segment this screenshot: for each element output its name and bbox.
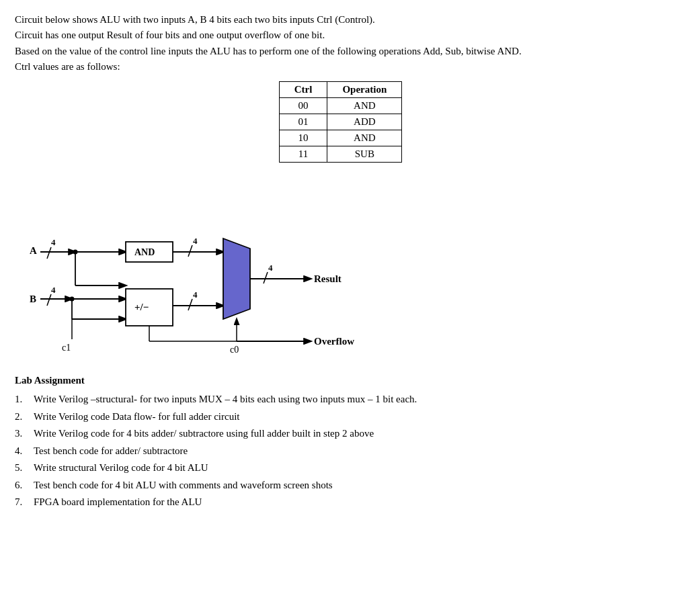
ctrl-table-cell: 11 — [279, 146, 327, 163]
list-num: 7. — [15, 494, 34, 510]
lab-list-item: 3.Write Verilog code for 4 bits adder/ s… — [15, 426, 666, 441]
lab-list-item: 1.Write Verilog –structural- for two inp… — [15, 392, 666, 407]
ctrl-col-header: Ctrl — [279, 82, 327, 98]
adder-sub-box — [126, 289, 173, 326]
ctrl-table-cell: AND — [327, 98, 402, 114]
lab-assignment-title: Lab Assignment — [15, 375, 666, 386]
svg-line-18 — [264, 272, 268, 283]
list-text: Test bench code for 4 bit ALU with comme… — [34, 478, 333, 493]
and-label: AND — [134, 247, 155, 257]
svg-line-6 — [47, 294, 51, 306]
list-num: 4. — [15, 443, 34, 459]
overflow-label: Overflow — [314, 336, 354, 347]
list-text: Test bench code for adder/ subtractore — [34, 443, 188, 459]
ctrl-table: Ctrl Operation 00AND01ADD10AND11SUB — [279, 81, 403, 163]
list-text: Write structural Verilog code for 4 bit … — [34, 460, 208, 476]
lab-list-item: 2.Write Verilog code Data flow- for full… — [15, 409, 666, 425]
mux-out-width: 4 — [268, 263, 273, 273]
lab-list-item: 5.Write structural Verilog code for 4 bi… — [15, 460, 666, 476]
svg-line-16 — [188, 299, 192, 310]
a-bus-width: 4 — [51, 237, 56, 247]
desc-line3: Based on the value of the control line i… — [15, 44, 666, 59]
list-text: Write Verilog code Data flow- for full a… — [34, 409, 240, 425]
ctrl-table-wrapper: Ctrl Operation 00AND01ADD10AND11SUB — [15, 81, 666, 163]
ctrl-table-cell: 00 — [279, 98, 327, 114]
list-num: 1. — [15, 392, 34, 407]
b-bus-width: 4 — [51, 285, 56, 295]
ctrl-table-cell: 01 — [279, 114, 327, 130]
ctrl-table-cell: AND — [327, 130, 402, 146]
adder-sub-label: +/− — [134, 302, 149, 312]
list-num: 6. — [15, 478, 34, 493]
operation-col-header: Operation — [327, 82, 402, 98]
adder-out-width: 4 — [193, 290, 198, 300]
mux-shape — [223, 238, 250, 319]
desc-line2: Circuit has one output Result of four bi… — [15, 28, 666, 43]
circuit-svg: A 4 B 4 c1 AND +/− — [22, 175, 438, 363]
list-num: 3. — [15, 426, 34, 441]
list-text: Write Verilog code for 4 bits adder/ sub… — [34, 426, 374, 441]
ctrl-table-cell: 10 — [279, 130, 327, 146]
svg-line-0 — [47, 247, 51, 259]
list-num: 2. — [15, 409, 34, 425]
circuit-diagram: A 4 B 4 c1 AND +/− — [15, 175, 666, 363]
ctrl-table-cell: SUB — [327, 146, 402, 163]
list-text: Write Verilog –structural- for two input… — [34, 392, 417, 407]
description-block: Circuit below shows ALU with two inputs … — [15, 12, 666, 75]
result-label: Result — [314, 273, 342, 284]
lab-list: 1.Write Verilog –structural- for two inp… — [15, 392, 666, 510]
lab-list-item: 7.FPGA board implementation for the ALU — [15, 494, 666, 510]
input-a-label: A — [30, 245, 37, 256]
c1-label: c1 — [62, 343, 71, 353]
lab-list-item: 4.Test bench code for adder/ subtractore — [15, 443, 666, 459]
desc-line4: Ctrl values are as follows: — [15, 59, 666, 75]
and-out-width: 4 — [193, 236, 198, 246]
c0-label: c0 — [230, 345, 239, 355]
desc-line1: Circuit below shows ALU with two inputs … — [15, 12, 666, 28]
lab-list-item: 6.Test bench code for 4 bit ALU with com… — [15, 478, 666, 493]
list-num: 5. — [15, 460, 34, 476]
ctrl-table-cell: ADD — [327, 114, 402, 130]
lab-assignment-section: Lab Assignment 1.Write Verilog –structur… — [15, 375, 666, 510]
list-text: FPGA board implementation for the ALU — [34, 494, 202, 510]
input-b-label: B — [30, 294, 36, 304]
svg-line-14 — [188, 245, 192, 257]
